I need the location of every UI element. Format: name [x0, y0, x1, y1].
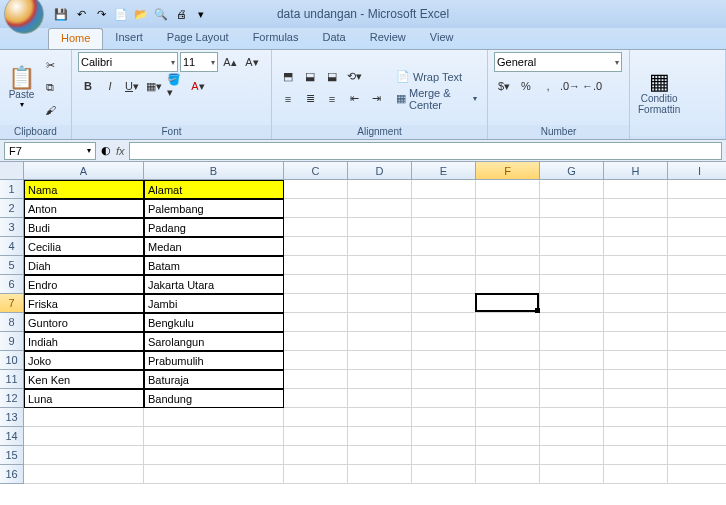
name-box[interactable]: F7▾	[4, 142, 96, 160]
cell[interactable]	[540, 180, 604, 199]
cell[interactable]	[348, 351, 412, 370]
expand-formula-icon[interactable]: ◐	[100, 144, 112, 157]
font-name-combo[interactable]: Calibri▾	[78, 52, 178, 72]
row-header[interactable]: 6	[0, 275, 24, 294]
align-right-icon[interactable]: ≡	[322, 89, 342, 109]
select-all-corner[interactable]	[0, 162, 24, 180]
currency-icon[interactable]: $▾	[494, 76, 514, 96]
tab-review[interactable]: Review	[358, 28, 418, 49]
cell[interactable]	[284, 389, 348, 408]
cell[interactable]	[476, 294, 540, 313]
cell[interactable]	[604, 427, 668, 446]
cell[interactable]	[540, 218, 604, 237]
data-cell[interactable]: Bengkulu	[144, 313, 284, 332]
cell[interactable]	[412, 294, 476, 313]
column-header[interactable]: I	[668, 162, 726, 180]
column-header[interactable]: B	[144, 162, 284, 180]
cell[interactable]	[144, 427, 284, 446]
row-header[interactable]: 15	[0, 446, 24, 465]
cell[interactable]	[412, 256, 476, 275]
tab-home[interactable]: Home	[48, 28, 103, 49]
cell[interactable]	[668, 256, 726, 275]
cell[interactable]	[348, 256, 412, 275]
tab-data[interactable]: Data	[310, 28, 357, 49]
cell[interactable]	[24, 446, 144, 465]
cell[interactable]	[668, 351, 726, 370]
data-cell[interactable]: Jambi	[144, 294, 284, 313]
cell[interactable]	[412, 313, 476, 332]
italic-button[interactable]: I	[100, 76, 120, 96]
cell[interactable]	[540, 408, 604, 427]
cell[interactable]	[540, 370, 604, 389]
cell[interactable]	[284, 465, 348, 484]
cell[interactable]	[668, 199, 726, 218]
fx-icon[interactable]: fx	[116, 145, 125, 157]
shrink-font-icon[interactable]: A▾	[242, 52, 262, 72]
cell[interactable]	[144, 446, 284, 465]
cell[interactable]	[412, 389, 476, 408]
undo-icon[interactable]: ↶	[72, 5, 90, 23]
row-header[interactable]: 5	[0, 256, 24, 275]
cell[interactable]	[412, 370, 476, 389]
column-header[interactable]: D	[348, 162, 412, 180]
cell[interactable]	[476, 199, 540, 218]
data-cell[interactable]: Baturaja	[144, 370, 284, 389]
data-cell[interactable]: Indiah	[24, 332, 144, 351]
cell[interactable]	[476, 389, 540, 408]
cell[interactable]	[540, 256, 604, 275]
cell[interactable]	[348, 370, 412, 389]
cell[interactable]	[604, 465, 668, 484]
cell[interactable]	[348, 389, 412, 408]
formula-bar[interactable]	[129, 142, 722, 160]
cell[interactable]	[412, 465, 476, 484]
format-painter-icon[interactable]: 🖌	[40, 100, 60, 120]
cell[interactable]	[668, 389, 726, 408]
cell[interactable]	[604, 351, 668, 370]
cell[interactable]	[412, 180, 476, 199]
cell[interactable]	[476, 408, 540, 427]
cell[interactable]	[540, 313, 604, 332]
quick-print-icon[interactable]: 🖨	[172, 5, 190, 23]
cell[interactable]	[144, 465, 284, 484]
cell[interactable]	[476, 427, 540, 446]
number-format-combo[interactable]: General▾	[494, 52, 622, 72]
print-preview-icon[interactable]: 🔍	[152, 5, 170, 23]
data-cell[interactable]: Palembang	[144, 199, 284, 218]
cell[interactable]	[24, 408, 144, 427]
cell[interactable]	[540, 294, 604, 313]
cell[interactable]	[668, 465, 726, 484]
cell[interactable]	[284, 218, 348, 237]
cell[interactable]	[348, 408, 412, 427]
cell[interactable]	[412, 332, 476, 351]
cell[interactable]	[284, 446, 348, 465]
cell[interactable]	[668, 446, 726, 465]
align-middle-icon[interactable]: ⬓	[300, 67, 320, 87]
cell[interactable]	[604, 294, 668, 313]
row-header[interactable]: 1	[0, 180, 24, 199]
align-top-icon[interactable]: ⬒	[278, 67, 298, 87]
merge-center-button[interactable]: ▦Merge & Center▾	[392, 89, 481, 109]
cell[interactable]	[540, 351, 604, 370]
cell[interactable]	[540, 275, 604, 294]
align-center-icon[interactable]: ≣	[300, 89, 320, 109]
new-icon[interactable]: 📄	[112, 5, 130, 23]
column-header[interactable]: E	[412, 162, 476, 180]
header-cell[interactable]: Nama	[24, 180, 144, 199]
cell[interactable]	[412, 427, 476, 446]
cell[interactable]	[348, 313, 412, 332]
bold-button[interactable]: B	[78, 76, 98, 96]
cell[interactable]	[348, 275, 412, 294]
cell[interactable]	[476, 465, 540, 484]
cell[interactable]	[476, 351, 540, 370]
comma-icon[interactable]: ,	[538, 76, 558, 96]
cell[interactable]	[284, 294, 348, 313]
cell[interactable]	[604, 446, 668, 465]
cell[interactable]	[476, 370, 540, 389]
tab-page-layout[interactable]: Page Layout	[155, 28, 241, 49]
cells-area[interactable]: NamaAlamatAntonPalembangBudiPadangCecili…	[24, 180, 726, 484]
underline-button[interactable]: U▾	[122, 76, 142, 96]
cell[interactable]	[604, 389, 668, 408]
cell[interactable]	[668, 313, 726, 332]
decrease-decimal-icon[interactable]: ←.0	[582, 76, 602, 96]
cell[interactable]	[348, 465, 412, 484]
